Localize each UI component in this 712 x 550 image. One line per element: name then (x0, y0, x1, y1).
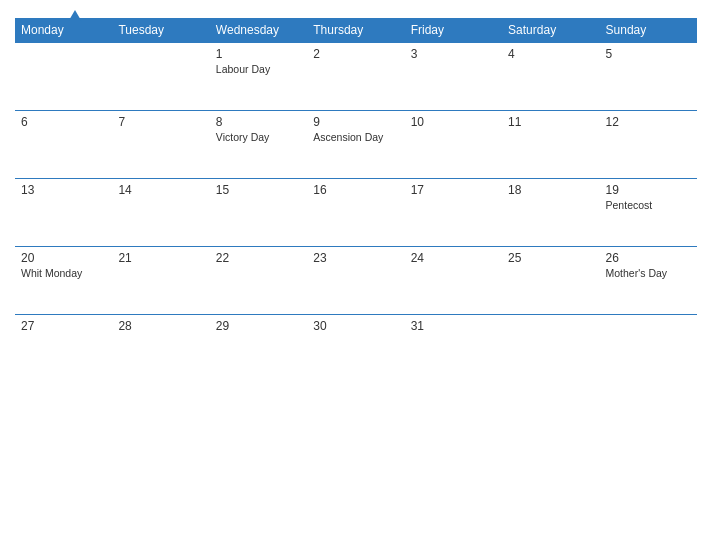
calendar-cell: 15 (210, 179, 307, 247)
day-number: 1 (216, 47, 301, 61)
day-number: 11 (508, 115, 593, 129)
holiday-label: Ascension Day (313, 131, 398, 143)
calendar-week-row: 2728293031 (15, 315, 697, 383)
day-number: 5 (606, 47, 691, 61)
calendar-week-row: 20Whit Monday212223242526Mother's Day (15, 247, 697, 315)
calendar-cell: 21 (112, 247, 209, 315)
calendar-cell: 26Mother's Day (600, 247, 697, 315)
calendar-cell: 27 (15, 315, 112, 383)
calendar-cell (502, 315, 599, 383)
calendar-cell: 2 (307, 43, 404, 111)
calendar-table: MondayTuesdayWednesdayThursdayFridaySatu… (15, 18, 697, 383)
column-header-wednesday: Wednesday (210, 18, 307, 43)
calendar-cell: 14 (112, 179, 209, 247)
day-number: 26 (606, 251, 691, 265)
calendar-cell: 16 (307, 179, 404, 247)
calendar-cell: 3 (405, 43, 502, 111)
holiday-label: Labour Day (216, 63, 301, 75)
calendar-cell: 20Whit Monday (15, 247, 112, 315)
day-number: 31 (411, 319, 496, 333)
day-number: 19 (606, 183, 691, 197)
day-number: 4 (508, 47, 593, 61)
day-number: 18 (508, 183, 593, 197)
calendar-cell: 19Pentecost (600, 179, 697, 247)
calendar-cell: 1Labour Day (210, 43, 307, 111)
calendar-cell: 23 (307, 247, 404, 315)
calendar-cell: 9Ascension Day (307, 111, 404, 179)
calendar-cell: 28 (112, 315, 209, 383)
column-header-sunday: Sunday (600, 18, 697, 43)
day-number: 27 (21, 319, 106, 333)
calendar-cell: 30 (307, 315, 404, 383)
column-header-saturday: Saturday (502, 18, 599, 43)
calendar-cell: 25 (502, 247, 599, 315)
calendar-cell (15, 43, 112, 111)
day-number: 14 (118, 183, 203, 197)
calendar-cell (112, 43, 209, 111)
holiday-label: Whit Monday (21, 267, 106, 279)
holiday-label: Pentecost (606, 199, 691, 211)
column-header-tuesday: Tuesday (112, 18, 209, 43)
day-number: 12 (606, 115, 691, 129)
day-number: 25 (508, 251, 593, 265)
calendar-cell: 18 (502, 179, 599, 247)
day-number: 30 (313, 319, 398, 333)
calendar-cell: 5 (600, 43, 697, 111)
calendar-cell: 10 (405, 111, 502, 179)
day-number: 21 (118, 251, 203, 265)
page: MondayTuesdayWednesdayThursdayFridaySatu… (0, 0, 712, 550)
calendar-week-row: 1Labour Day2345 (15, 43, 697, 111)
holiday-label: Mother's Day (606, 267, 691, 279)
calendar-cell: 24 (405, 247, 502, 315)
calendar-cell: 12 (600, 111, 697, 179)
day-number: 7 (118, 115, 203, 129)
calendar-cell: 31 (405, 315, 502, 383)
day-number: 20 (21, 251, 106, 265)
day-number: 17 (411, 183, 496, 197)
calendar-cell: 11 (502, 111, 599, 179)
day-number: 24 (411, 251, 496, 265)
day-number: 13 (21, 183, 106, 197)
calendar-week-row: 13141516171819Pentecost (15, 179, 697, 247)
holiday-label: Victory Day (216, 131, 301, 143)
day-number: 3 (411, 47, 496, 61)
day-number: 16 (313, 183, 398, 197)
calendar-cell: 8Victory Day (210, 111, 307, 179)
day-number: 28 (118, 319, 203, 333)
calendar-cell: 7 (112, 111, 209, 179)
column-header-friday: Friday (405, 18, 502, 43)
column-header-monday: Monday (15, 18, 112, 43)
day-number: 2 (313, 47, 398, 61)
calendar-header-row: MondayTuesdayWednesdayThursdayFridaySatu… (15, 18, 697, 43)
calendar-cell: 17 (405, 179, 502, 247)
calendar-cell: 22 (210, 247, 307, 315)
day-number: 6 (21, 115, 106, 129)
day-number: 22 (216, 251, 301, 265)
calendar-cell: 4 (502, 43, 599, 111)
day-number: 9 (313, 115, 398, 129)
logo-triangle-icon (68, 10, 82, 22)
day-number: 8 (216, 115, 301, 129)
column-header-thursday: Thursday (307, 18, 404, 43)
day-number: 23 (313, 251, 398, 265)
day-number: 10 (411, 115, 496, 129)
calendar-week-row: 678Victory Day9Ascension Day101112 (15, 111, 697, 179)
calendar-cell: 13 (15, 179, 112, 247)
calendar-cell: 29 (210, 315, 307, 383)
day-number: 29 (216, 319, 301, 333)
calendar-cell (600, 315, 697, 383)
day-number: 15 (216, 183, 301, 197)
calendar-cell: 6 (15, 111, 112, 179)
